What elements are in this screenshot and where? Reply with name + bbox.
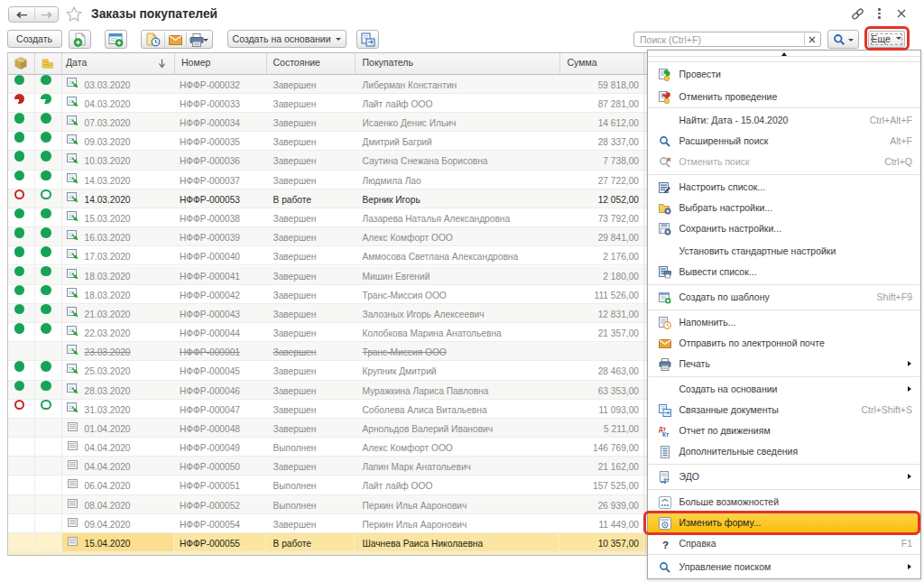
svg-text:Кт: Кт [662, 431, 669, 438]
